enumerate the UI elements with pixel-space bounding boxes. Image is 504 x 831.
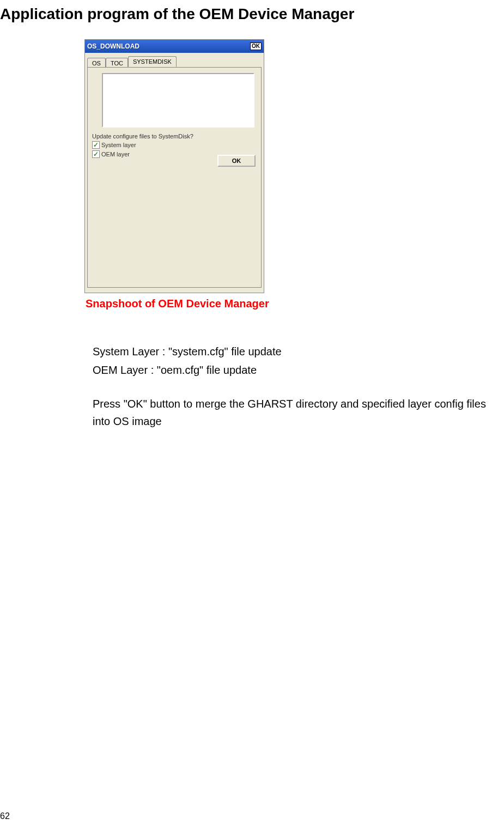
question-label: Update configure files to SystemDisk? bbox=[92, 133, 258, 139]
window-body: OS TOC SYSTEMDISK Update configure files… bbox=[85, 53, 264, 293]
checkbox-system-layer-row: System layer bbox=[92, 141, 258, 149]
figure-caption: Snapshoot of OEM Device Manager bbox=[86, 298, 504, 310]
listbox-area bbox=[102, 73, 254, 128]
window-title: OS_DOWNLOAD bbox=[87, 43, 139, 50]
tabs-row: OS TOC SYSTEMDISK bbox=[85, 53, 264, 67]
desc-line-1: System Layer : "system.cfg" file update bbox=[93, 343, 504, 360]
checkbox-system-layer[interactable] bbox=[92, 141, 100, 149]
tab-panel-systemdisk: Update configure files to SystemDisk? Sy… bbox=[87, 67, 262, 288]
screenshot-figure: OS_DOWNLOAD OK OS TOC SYSTEMDISK Update … bbox=[84, 39, 264, 293]
window-titlebar: OS_DOWNLOAD OK bbox=[85, 40, 264, 53]
checkbox-system-layer-label: System layer bbox=[101, 142, 136, 148]
tab-systemdisk[interactable]: SYSTEMDISK bbox=[128, 56, 177, 67]
checkbox-oem-layer[interactable] bbox=[92, 150, 100, 158]
page-title: Application program of the OEM Device Ma… bbox=[0, 0, 504, 23]
desc-line-2: OEM Layer : "oem.cfg" file update bbox=[93, 361, 504, 379]
description-block: System Layer : "system.cfg" file update … bbox=[93, 343, 504, 430]
ok-button[interactable]: OK bbox=[217, 155, 256, 167]
page-number: 62 bbox=[0, 811, 10, 821]
desc-paragraph: Press "OK" button to merge the GHARST di… bbox=[93, 395, 504, 430]
titlebar-ok-button[interactable]: OK bbox=[250, 43, 262, 50]
checkbox-oem-layer-label: OEM layer bbox=[101, 151, 130, 157]
